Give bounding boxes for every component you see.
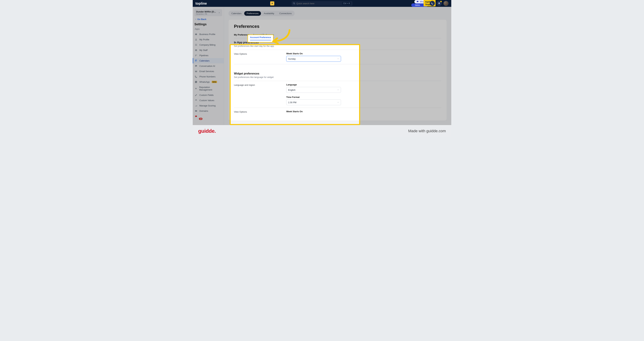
bolt-icon [271,2,273,4]
app-root: topline Ctrl + K What's dates topline Su… [193,0,451,137]
phone-icon [431,2,434,4]
chevron-left-icon [195,18,197,20]
sidebar-item-company-billing[interactable]: Company Billing [193,42,224,47]
footer: guidde. Made with guidde.com [193,125,451,137]
chevron-down-icon [337,89,339,91]
select-language[interactable]: English [286,87,341,93]
select-value: Sunday [288,57,296,60]
pref-row: Language and regionLanguageEnglishTime F… [234,83,441,105]
field-label: Week Starts On [286,52,358,55]
bell-button[interactable] [436,1,442,6]
sidebar-item-email-services[interactable]: Email Services [193,69,224,74]
sidebar-item-label: Pipelines [200,54,208,57]
sidebar-group-label: Apps [195,28,222,30]
account-name: Dunder Mifflin [D... [196,10,216,13]
chevron-down-icon [337,58,339,60]
sidebar-item-my-profile[interactable]: My Profile [193,37,224,42]
topbar: topline Ctrl + K What's dates topline Su… [193,0,451,7]
sidebar: Dunder Mifflin [D... Scranton, PA Go Bac… [193,7,224,137]
avatar[interactable] [444,1,448,6]
main-tab-availability[interactable]: Availability [261,11,276,16]
field-label: Week Starts On [286,110,358,113]
sidebar-item-label: WhatsApp [200,81,210,83]
search-icon [293,2,295,4]
main-tab-calendars[interactable]: Calendars [229,11,244,16]
bell-dot-icon [440,1,442,2]
select-week-starts-on[interactable]: Sunday [286,56,341,62]
sidebar-item-phone-numbers[interactable]: Phone Numbers [193,74,224,79]
pref-desc: Set preferences like start day for the a… [234,45,441,47]
chevron-down-icon [218,12,220,14]
annotation-arrow-icon [271,29,293,44]
sidebar-item-manage-scoring[interactable]: Manage Scoring [193,103,224,108]
sidebar-item-label: Company Billing [200,43,216,46]
sidebar-item-label: Custom Values [200,99,214,102]
sidebar-item-more[interactable]: 13 [193,114,224,119]
account-location: Scranton, PA [196,13,216,15]
pref-heading: Widget preferences [234,72,441,75]
sidebar-item-custom-fields[interactable]: Custom Fields [193,92,224,98]
sidebar-item-domains[interactable]: Domains [193,108,224,114]
beta-badge: beta [212,81,217,83]
sidebar-item-label: Business Profile [200,33,215,35]
main-tabs: CalendarsPreferencesAvailabilityConnecti… [228,10,295,16]
pref-row: View OptionsWeek Starts On [234,110,441,114]
sidebar-item-calendars[interactable]: Calendars [193,58,224,63]
sidebar-item-label: Domains [200,110,208,112]
account-switcher[interactable]: Dunder Mifflin [D... Scranton, PA [194,9,222,16]
sidebar-item-custom-values[interactable]: Custom Values [193,98,224,103]
sidebar-item-label: Manage Scoring [200,104,216,107]
go-back-link[interactable]: Go Back [195,18,222,20]
pref-desc: Set preferences like language for widget [234,76,441,78]
tab-my-preference[interactable]: My Preference [234,33,249,38]
updates-label: dates [415,4,420,6]
chat-icon [416,0,419,3]
main-tab-preferences[interactable]: Preferences [244,11,261,16]
sidebar-title: Settings [194,22,222,26]
guidde-logo: guidde. [198,128,216,134]
bell-icon [438,2,440,4]
highlighted-tab-label: Account Preference [250,36,271,40]
phone-button[interactable] [430,1,435,6]
chevron-down-icon [337,101,339,103]
search-input[interactable] [295,2,342,5]
row-label: View Options [234,110,286,114]
made-with-label: Made with guidde.com [408,129,446,133]
sidebar-item-business-profile[interactable]: Business Profile [193,32,224,37]
sidebar-item-label: Phone Numbers [200,75,216,78]
topbar-right: What's dates topline Support [414,0,448,7]
sidebar-item-label: Conversation AI [200,65,215,67]
sidebar-item-label: Email Services [200,70,214,73]
sidebar-item-label: Custom Fields [200,94,214,96]
brand-logo: topline [196,1,207,5]
sidebar-item-conversation-ai[interactable]: Conversation AI [193,63,224,69]
highlight-tab-box: Account Preference [248,34,274,42]
sidebar-item-reputation-management[interactable]: Reputation Management [193,85,224,92]
row-label: View Options [234,52,286,62]
sidebar-item-label: Calendars [200,59,210,62]
main-tab-connections[interactable]: Connections [277,11,294,16]
sidebar-item-label: Reputation Management [199,86,222,91]
field-label: Language [286,83,358,86]
pref-row: View OptionsWeek Starts OnSunday [234,52,441,62]
flash-button[interactable] [270,1,274,5]
sidebar-item-pipelines[interactable]: Pipelines [193,53,224,58]
select-value: English [288,89,296,91]
notif-badge: 13 [199,118,202,120]
select-time-format[interactable]: 1:30 PM [286,99,341,105]
search-hint: Ctrl + K [342,2,351,5]
page-title: Preferences [234,24,441,29]
select-value: 1:30 PM [288,101,296,104]
go-back-label: Go Back [197,18,206,20]
sidebar-item-my-staff[interactable]: My Staff [193,47,224,53]
sidebar-item-label: My Profile [200,38,209,41]
row-label: Language and region [234,83,286,105]
main-area: CalendarsPreferencesAvailabilityConnecti… [224,7,451,137]
pref-block: In App preferencesSet preferences like s… [234,38,441,69]
pref-block: Widget preferencesSet preferences like l… [234,69,441,116]
sidebar-nav: Business ProfileMy ProfileCompany Billin… [193,32,224,119]
sidebar-item-whatsapp[interactable]: WhatsAppbeta [193,79,224,85]
field-label: Time Format [286,96,358,98]
sidebar-item-label: My Staff [200,49,208,51]
global-search[interactable]: Ctrl + K [292,1,352,6]
